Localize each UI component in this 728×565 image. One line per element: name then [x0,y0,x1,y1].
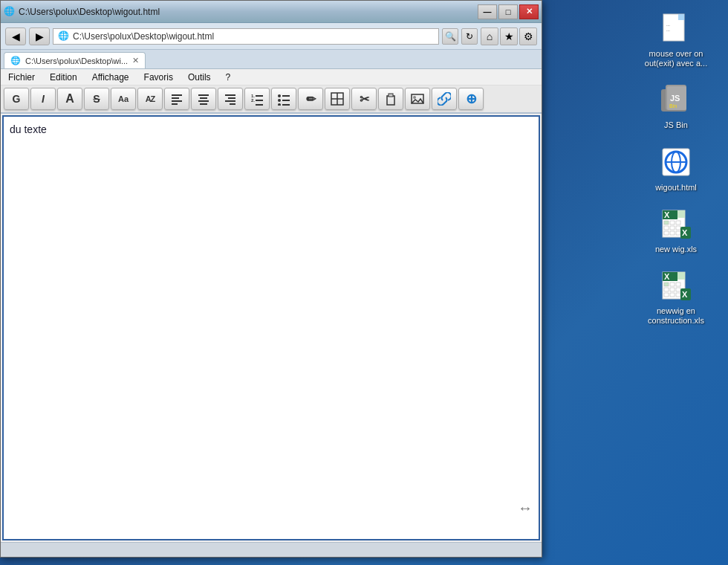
tab-icon: 🌐 [10,56,21,65]
svg-rect-31 [678,14,684,20]
back-button[interactable]: ◀ [5,28,26,45]
menu-outils[interactable]: Outils [183,71,215,83]
window-title: C:\Users\polux\Desktop\wigout.html [19,7,160,17]
wigout-label: wigout.html [655,183,697,193]
desktop-icons: ... ... mouse over on out(exit) avec a..… [631,0,721,329]
desktop-icon-newwig[interactable]: X X new wig.xls [631,203,721,257]
cut-button[interactable]: ✂ [351,88,377,110]
svg-text:2.: 2. [251,98,255,103]
jsbin-label: JS Bin [664,120,688,130]
misc-button[interactable]: ⊕ [458,88,484,110]
mouseoveron-icon: ... ... [658,10,694,46]
svg-text:X: X [682,228,688,237]
svg-rect-49 [676,221,680,225]
desktop-icon-wigout[interactable]: wigout.html [631,141,721,196]
strikethrough-button[interactable]: S [84,88,109,110]
svg-rect-68 [664,293,669,297]
align-left-button[interactable] [164,88,189,110]
format-button[interactable]: Aa [111,88,136,110]
address-text: C:\Users\polux\Desktop\wigout.html [73,31,214,42]
title-bar: 🌐 C:\Users\polux\Desktop\wigout.html — □… [1,1,542,23]
home-button[interactable]: ⌂ [481,28,498,45]
bold-button[interactable]: G [4,88,29,110]
svg-text:Bin: Bin [669,103,677,109]
browser-window: 🌐 C:\Users\polux\Desktop\wigout.html — □… [0,0,542,558]
refresh-button[interactable]: ↻ [461,28,478,45]
window-controls: — □ ✕ [478,4,539,19]
tab-close-button[interactable]: ✕ [132,56,139,65]
editor-content: du texte [10,123,47,135]
menu-edition[interactable]: Edition [45,71,82,83]
tab-bar: 🌐 C:\Users\polux\Desktop\wi... ✕ [1,50,542,69]
content-area[interactable]: du texte ↔ [2,115,540,540]
svg-rect-62 [664,282,669,286]
svg-rect-63 [670,282,675,286]
desktop-icon-jsbin[interactable]: JS Bin JS Bin [631,79,721,133]
editor-toolbar: G I A S Aa AZ 1.2. ✏ [1,85,542,114]
svg-rect-51 [670,226,675,230]
active-tab[interactable]: 🌐 C:\Users\polux\Desktop\wi... ✕ [4,52,146,68]
svg-text:X: X [682,290,688,299]
svg-rect-44 [677,210,685,218]
desktop-icon-newwig-construction[interactable]: X X newwig en construction.xls [631,265,721,329]
menu-aide[interactable]: ? [221,71,235,83]
search-button[interactable]: 🔍 [442,28,458,45]
image-button[interactable] [405,88,430,110]
browser-toolbar-icons: ⌂ ★ ⚙ [481,28,537,45]
svg-point-19 [278,99,281,102]
svg-rect-47 [664,221,669,225]
svg-point-17 [278,94,281,97]
italic-button[interactable]: I [30,88,56,110]
menu-favoris[interactable]: Favoris [140,71,178,83]
newwig-construction-icon: X X [658,268,694,303]
link-button[interactable] [432,88,457,110]
highlight-button[interactable]: ✏ [298,88,323,110]
forward-button[interactable]: ▶ [29,28,50,45]
svg-text:...: ... [666,22,670,27]
svg-rect-55 [676,231,680,235]
newwig-label: new wig.xls [655,245,697,254]
table-button[interactable] [325,88,350,110]
maximize-button[interactable]: □ [498,4,518,19]
address-field[interactable]: 🌐 C:\Users\polux\Desktop\wigout.html [53,28,439,45]
svg-rect-66 [670,288,675,291]
tab-label: C:\Users\polux\Desktop\wi... [25,56,128,65]
settings-button[interactable]: ⚙ [519,28,537,45]
svg-text:X: X [664,272,670,281]
paste-button[interactable] [378,88,403,110]
align-center-button[interactable] [191,88,216,110]
svg-point-29 [413,96,416,99]
fontcolor-button[interactable]: AZ [137,88,163,110]
menu-affichage[interactable]: Affichage [88,71,134,83]
svg-rect-69 [670,293,675,297]
newwig-icon: X X [658,206,694,242]
svg-rect-65 [664,288,669,291]
close-button[interactable]: ✕ [519,4,539,19]
fontsize-button[interactable]: A [57,88,82,110]
status-bar [1,542,542,557]
menu-fichier[interactable]: Fichier [4,71,39,83]
svg-rect-27 [389,94,393,97]
list-ul-button[interactable] [271,88,296,110]
svg-rect-70 [676,293,680,297]
svg-rect-50 [664,226,669,230]
svg-rect-52 [676,226,680,230]
browser-icon: 🌐 [4,6,16,18]
desktop: 🌐 C:\Users\polux\Desktop\wigout.html — □… [0,0,728,565]
svg-text:JS: JS [670,94,680,103]
favorites-button[interactable]: ★ [500,28,518,45]
mouseoveron-label: mouse over on out(exit) avec a... [634,49,718,68]
list-ol-button[interactable]: 1.2. [244,88,270,110]
svg-rect-64 [676,282,680,286]
newwig-construction-label: newwig en construction.xls [634,306,718,326]
svg-rect-53 [664,231,669,235]
svg-rect-67 [676,288,680,291]
wigout-icon [658,144,694,180]
align-right-button[interactable] [218,88,243,110]
menu-bar: Fichier Edition Affichage Favoris Outils… [1,69,542,85]
svg-rect-26 [387,96,394,105]
desktop-icon-mouseoveron[interactable]: ... ... mouse over on out(exit) avec a..… [631,7,721,71]
minimize-button[interactable]: — [478,4,497,19]
jsbin-icon: JS Bin [658,82,694,117]
resize-handle[interactable]: ↔ [518,500,533,517]
